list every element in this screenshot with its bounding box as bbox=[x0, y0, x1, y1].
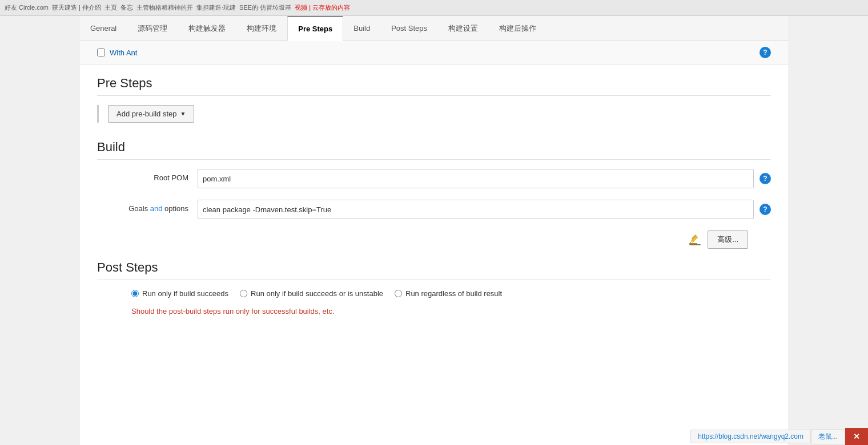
status-bar-close-button[interactable]: ✕ bbox=[845, 428, 868, 445]
radio-unstable-input[interactable] bbox=[240, 290, 247, 297]
pre-steps-title: Pre Steps bbox=[97, 76, 771, 96]
with-ant-help-icon[interactable]: ? bbox=[760, 47, 771, 58]
root-pom-help-icon[interactable]: ? bbox=[760, 173, 771, 184]
post-steps-radio-group: Run only if build succeeds Run only if b… bbox=[131, 289, 771, 298]
tabs-nav: General 源码管理 构建触发器 构建环境 Pre Steps Build … bbox=[80, 16, 788, 41]
browser-tab-5[interactable]: 主管物格粮粮钟的开 bbox=[136, 3, 193, 12]
radio-option-always[interactable]: Run regardless of build result bbox=[395, 289, 502, 298]
radio-always-label: Run regardless of build result bbox=[405, 289, 502, 298]
tab-build-trigger[interactable]: 构建触发器 bbox=[178, 16, 236, 41]
build-title: Build bbox=[97, 140, 771, 160]
browser-tab-2[interactable]: 获天建造 | 仲介绍 bbox=[52, 3, 101, 12]
tab-build-settings[interactable]: 构建设置 bbox=[438, 16, 489, 41]
tab-build[interactable]: Build bbox=[343, 16, 381, 41]
with-ant-label[interactable]: With Ant bbox=[110, 48, 137, 57]
status-bar-link[interactable]: 老鼠... bbox=[811, 429, 845, 444]
pre-steps-content: Add pre-build step ▼ bbox=[97, 105, 771, 123]
browser-tab-3[interactable]: 主页 bbox=[105, 3, 117, 12]
root-pom-label: Root POM bbox=[97, 169, 188, 182]
browser-tab-7[interactable]: SEE的·仿冒垃圾基 bbox=[239, 3, 291, 12]
pre-steps-container: Pre Steps Add pre-build step ▼ Build Roo… bbox=[80, 64, 788, 333]
with-ant-checkbox[interactable] bbox=[97, 48, 105, 56]
root-pom-row: Root POM ? bbox=[97, 169, 771, 188]
browser-tab-1[interactable]: 好友 Circle.com bbox=[5, 3, 49, 12]
tab-source-mgmt[interactable]: 源码管理 bbox=[127, 16, 178, 41]
goals-options-input-wrap: ? bbox=[198, 200, 771, 219]
svg-rect-2 bbox=[689, 244, 701, 245]
tab-post-build-actions[interactable]: 构建后操作 bbox=[489, 16, 547, 41]
goals-options-input[interactable] bbox=[198, 200, 754, 219]
browser-tab-6[interactable]: 集担建造·玩建 bbox=[196, 3, 236, 12]
build-section: Build Root POM ? Goals and options ? bbox=[97, 140, 771, 249]
goals-options-label: Goals and options bbox=[97, 200, 188, 213]
post-steps-section: Post Steps Run only if build succeeds Ru… bbox=[97, 260, 771, 315]
goals-options-row: Goals and options ? bbox=[97, 200, 771, 219]
main-content: General 源码管理 构建触发器 构建环境 Pre Steps Build … bbox=[80, 16, 788, 445]
radio-success-label: Run only if build succeeds bbox=[142, 289, 228, 298]
edit-icon[interactable] bbox=[687, 232, 703, 248]
goals-label-suffix: options bbox=[164, 204, 188, 213]
advanced-button[interactable]: 高级... bbox=[708, 230, 748, 249]
goals-options-help-icon[interactable]: ? bbox=[760, 204, 771, 215]
post-steps-title: Post Steps bbox=[97, 260, 771, 280]
goals-label-and: and bbox=[148, 204, 164, 213]
radio-success-input[interactable] bbox=[131, 290, 139, 297]
status-bar: https://blog.csdn.net/wangyq2.com 老鼠... … bbox=[690, 428, 868, 445]
add-pre-build-button[interactable]: Add pre-build step ▼ bbox=[108, 105, 194, 123]
radio-always-input[interactable] bbox=[395, 290, 402, 297]
goals-label-prefix: Goals bbox=[128, 204, 148, 213]
tab-general[interactable]: General bbox=[80, 16, 127, 41]
with-ant-row: With Ant ? bbox=[80, 41, 788, 64]
radio-unstable-label: Run only if build succeeds or is unstabl… bbox=[251, 289, 383, 298]
browser-bar: 好友 Circle.com 获天建造 | 仲介绍 主页 备忘 主管物格粮粮钟的开… bbox=[0, 0, 868, 16]
browser-tab-4[interactable]: 备忘 bbox=[120, 3, 133, 12]
add-pre-build-arrow-icon: ▼ bbox=[180, 111, 186, 117]
browser-tab-8[interactable]: 视频 | 云存放的内容 bbox=[295, 3, 350, 12]
post-steps-description: Should the post-build steps run only for… bbox=[131, 307, 771, 315]
radio-option-success[interactable]: Run only if build succeeds bbox=[131, 289, 228, 298]
tab-build-env[interactable]: 构建环境 bbox=[236, 16, 287, 41]
advanced-row: 高级... bbox=[97, 230, 771, 249]
root-pom-input[interactable] bbox=[198, 169, 754, 188]
tab-pre-steps[interactable]: Pre Steps bbox=[287, 16, 343, 41]
status-bar-url: https://blog.csdn.net/wangyq2.com bbox=[690, 430, 811, 443]
add-pre-build-label: Add pre-build step bbox=[116, 110, 177, 118]
tab-post-steps[interactable]: Post Steps bbox=[381, 16, 438, 41]
post-steps-desc-text: Should the post-build steps run only for… bbox=[131, 307, 335, 315]
root-pom-input-wrap: ? bbox=[198, 169, 771, 188]
radio-option-unstable[interactable]: Run only if build succeeds or is unstabl… bbox=[240, 289, 383, 298]
